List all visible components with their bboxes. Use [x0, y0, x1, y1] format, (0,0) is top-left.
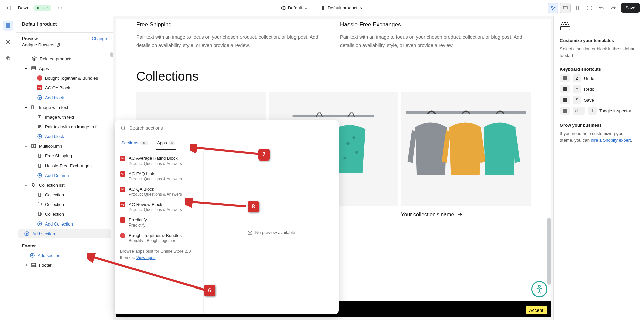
exit-button[interactable]: [4, 3, 14, 13]
grow-desc: If you need help customizing your theme,…: [560, 130, 638, 143]
svg-rect-40: [563, 89, 565, 91]
svg-rect-47: [565, 109, 567, 110]
sidebar-item-label: Collection: [45, 212, 107, 217]
sidebar-item-pair-text[interactable]: Pair text with an image to f...: [18, 122, 111, 131]
shortcut-label: Undo: [584, 76, 594, 81]
svg-point-2: [61, 7, 62, 8]
grow-text-2: .: [631, 138, 632, 143]
svg-rect-34: [563, 77, 565, 78]
kbd-key: I: [588, 107, 597, 115]
sidebar-item-app-bought[interactable]: Bought Together & Bundles: [18, 73, 111, 83]
sidebar-item-hassle[interactable]: Hassle-Free Exchanges: [18, 161, 111, 170]
tab-count: 18: [140, 141, 148, 145]
svg-rect-16: [32, 106, 33, 109]
popup-item-bundlify[interactable]: Bought Together & BundlesBundlify - Boug…: [115, 230, 203, 246]
svg-rect-42: [563, 98, 565, 100]
accessibility-badge[interactable]: [531, 281, 547, 297]
sidebar-item-free-shipping[interactable]: Free Shipping: [18, 151, 111, 161]
svg-rect-5: [576, 6, 578, 10]
rail-settings-button[interactable]: [3, 37, 13, 47]
shortcut-undo: Z Undo: [560, 74, 638, 82]
popup-item-ac-faq[interactable]: % AC FAQ LinkProduct Questions & Answers: [115, 169, 203, 184]
rail-apps-button[interactable]: [3, 53, 13, 63]
app-icon: %: [120, 156, 125, 161]
search-input[interactable]: [129, 125, 333, 131]
footer-group-label: Footer: [16, 239, 113, 250]
redo-button[interactable]: [608, 3, 619, 13]
viewport-desktop-button[interactable]: [560, 3, 570, 13]
sidebar-item-collection-2[interactable]: Collection: [18, 200, 111, 209]
hire-expert-link[interactable]: hire a Shopify expert: [591, 138, 631, 143]
sidebar-item-collection-list[interactable]: Collection list: [18, 180, 111, 190]
svg-rect-13: [32, 67, 36, 68]
block-icon: [37, 153, 42, 158]
collection-card[interactable]: Your collection's name: [401, 92, 531, 223]
add-column-button[interactable]: Add Column: [18, 171, 111, 180]
popup-item-sub: Bundlify - Bought together: [129, 238, 182, 243]
app-icon: %: [120, 202, 125, 207]
undo-button[interactable]: [596, 3, 606, 13]
sidebar-item-multicolumn[interactable]: Multicolumn: [18, 141, 111, 151]
change-preview-link[interactable]: Change: [92, 36, 107, 41]
add-collection-button[interactable]: Add Collection: [18, 219, 111, 229]
svg-rect-48: [563, 111, 565, 112]
sidebar-item-related-products[interactable]: Related products: [18, 54, 111, 63]
accept-button[interactable]: Accept: [525, 306, 547, 315]
grow-heading: Grow your business: [560, 123, 638, 128]
theme-name: Dawn: [18, 5, 29, 10]
svg-rect-36: [563, 79, 565, 80]
app-icon: %: [120, 171, 125, 177]
svg-rect-45: [565, 100, 567, 102]
svg-rect-38: [563, 87, 565, 89]
locale-select[interactable]: Default: [281, 5, 308, 11]
add-section-button[interactable]: Add section: [18, 229, 111, 238]
svg-point-1: [60, 7, 61, 8]
more-menu-button[interactable]: [55, 3, 65, 13]
sidebar-item-apps[interactable]: Apps: [18, 64, 111, 73]
tab-sections[interactable]: Sections 18: [121, 136, 149, 150]
sidebar-item-app-qa[interactable]: % AC QA Block: [18, 83, 111, 92]
popup-item-predictify[interactable]: PredictifyPredictify: [115, 215, 203, 230]
tree-scrollbar[interactable]: [110, 52, 113, 57]
columns-icon: [31, 143, 36, 149]
canvas-scrollbar[interactable]: [547, 218, 551, 285]
plus-circle-icon: [37, 173, 42, 178]
block-icon: [37, 211, 42, 217]
add-block-button[interactable]: Add block: [18, 93, 111, 102]
sidebar-item-label: Image with text: [45, 115, 107, 120]
svg-rect-26: [293, 115, 374, 117]
sidebar-item-image-with-text[interactable]: Image with text: [18, 103, 111, 112]
collection-image-placeholder: [401, 92, 531, 206]
template-select[interactable]: Default product: [320, 5, 363, 11]
add-block-button-2[interactable]: Add block: [18, 132, 111, 141]
external-link-icon: [56, 43, 60, 47]
preview-product-name: Antique Drawers: [22, 42, 54, 47]
sidebar-item-collection-1[interactable]: Collection: [18, 190, 111, 199]
sidebar-item-label: Image with text: [39, 105, 107, 110]
kbd-modifier-icon: [560, 74, 570, 82]
kbd-key: S: [573, 96, 581, 104]
topbar-right: Save: [428, 3, 640, 13]
preview-name-row[interactable]: Antique Drawers: [22, 42, 107, 47]
viewport-full-button[interactable]: [584, 3, 594, 13]
svg-rect-33: [560, 27, 570, 30]
viewport-mobile-button[interactable]: [572, 3, 582, 13]
svg-rect-7: [6, 25, 10, 26]
svg-rect-10: [6, 56, 8, 58]
sweaters-illustration-icon: [406, 103, 526, 196]
inspector-toggle[interactable]: [548, 3, 558, 13]
popup-item-ac-qa[interactable]: % AC QA BlockProduct Questions & Answers: [115, 184, 203, 199]
rail-sections-button[interactable]: [3, 21, 13, 31]
tab-apps[interactable]: Apps 6: [156, 136, 176, 150]
save-button[interactable]: Save: [621, 3, 640, 13]
svg-rect-37: [565, 79, 567, 80]
collection-name-text: Your collection's name: [401, 212, 454, 218]
sidebar-item-iwt-child[interactable]: Image with text: [18, 112, 111, 122]
paragraph-icon: [37, 124, 42, 129]
chevron-down-icon: [24, 66, 28, 70]
divider: [314, 4, 314, 12]
sidebar-item-collection-3[interactable]: Collection: [18, 209, 111, 219]
kbd-key: Y: [573, 85, 581, 93]
plus-circle-icon: [37, 134, 42, 139]
svg-rect-19: [34, 144, 36, 148]
